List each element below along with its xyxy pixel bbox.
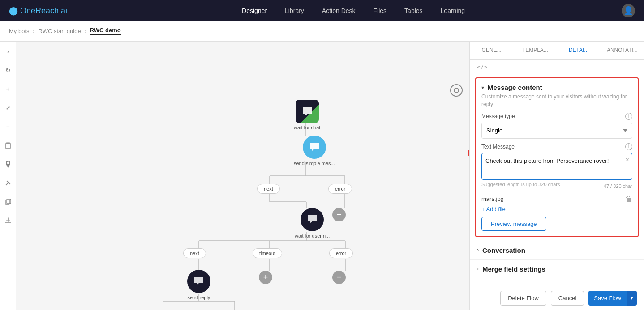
text-message-clear[interactable]: × [626,156,629,163]
nav-library[interactable]: Library [285,5,304,16]
node-plus2[interactable]: + [259,271,272,284]
node-timeout[interactable]: timeout [253,248,282,258]
top-nav: ⬤ OneReach.ai Designer Library Action De… [0,0,644,21]
logo: ⬤ OneReach.ai [9,6,67,16]
logo-circle: ⬤ [9,6,20,15]
node-send-reply[interactable]: send reply [187,270,210,300]
delete-flow-btn[interactable]: Delete Flow [500,291,546,306]
message-type-select[interactable]: Single [481,123,632,139]
save-flow-dropdown[interactable]: ▾ [627,291,637,306]
panel-footer: Delete Flow Cancel Save Flow ▾ [470,286,644,310]
node-pill-next2[interactable]: next [183,248,206,258]
message-type-info[interactable]: i [625,113,632,120]
conversation-section: › Conversation [470,241,644,259]
nav-tables[interactable]: Tables [404,5,422,16]
copy-icon[interactable] [3,196,13,207]
location-icon[interactable] [3,159,13,170]
merge-field-chevron[interactable]: › [477,266,479,272]
svg-rect-0 [6,143,10,149]
breadcrumb-rwc-demo[interactable]: RWC demo [90,27,121,35]
expand-arrows-icon[interactable]: ⤢ [3,102,13,113]
suggested-length: Suggested length is up to 320 chars [481,182,560,187]
node-label-send-simple: send simple mes... [294,161,335,166]
node-next2[interactable]: next [183,248,206,258]
tab-general[interactable]: GENE... [470,42,513,59]
nav-action-desk[interactable]: Action Desk [322,5,356,16]
tab-details[interactable]: DETAI... [557,42,601,59]
file-delete-icon[interactable]: 🗑 [625,195,632,203]
node-plus-btn3[interactable]: + [332,271,346,284]
canvas-svg [16,42,469,310]
save-flow-btn[interactable]: Save Flow [588,291,627,306]
merge-field-title: Merge field settings [482,265,545,273]
node-pill-error1[interactable]: error [328,184,352,194]
breadcrumb-rwc-start[interactable]: RWC start guide [39,28,81,34]
node-send-simple[interactable]: send simple mes... [294,136,335,166]
red-arrow [321,153,469,153]
node-circle-send-simple[interactable] [303,136,326,159]
breadcrumb-my-bots[interactable]: My bots [9,28,30,34]
node-label-send-reply: send reply [188,295,210,300]
tab-template[interactable]: TEMPLA... [513,42,557,59]
nav-files[interactable]: Files [374,5,387,16]
node-pill-error2[interactable]: error [329,248,353,258]
node-wait-user[interactable]: wait for user n... [295,208,330,238]
node-label-wait-chat: wait for chat [294,125,320,130]
cancel-btn[interactable]: Cancel [551,291,584,306]
node-pill-next1[interactable]: next [257,184,280,194]
conversation-title: Conversation [482,246,525,254]
target-icon[interactable] [450,84,463,97]
conversation-chevron[interactable]: › [477,247,479,253]
file-name: mars.jpg [481,195,504,202]
text-message-row: Text Message i [481,143,632,150]
node-next1[interactable]: next [257,184,280,194]
node-square-chat[interactable] [296,100,319,123]
canvas: wait for chat send simple mes... next er… [16,42,469,310]
left-sidebar: › ↻ + ⤢ − [0,42,16,310]
node-label-wait-user: wait for user n... [295,233,330,238]
preview-message-btn[interactable]: Preview message [481,217,546,231]
nav-items: Designer Library Action Desk Files Table… [85,5,622,16]
node-plus-btn1[interactable]: + [332,208,346,221]
expand-icon[interactable]: › [3,46,13,57]
refresh-icon[interactable]: ↻ [3,65,13,76]
message-content-section: ▾ Message content Customize a message se… [475,77,639,237]
text-message-content[interactable]: Check out this picture from Perseverance… [485,157,628,165]
text-message-wrap: Check out this picture from Perseverance… [481,153,632,180]
conversation-header[interactable]: › Conversation [477,246,637,254]
message-type-label: Message type [481,113,515,119]
node-plus1[interactable]: + [332,208,346,221]
tab-annotation[interactable]: ANNOTATI... [601,42,644,59]
message-content-title: Message content [488,84,542,91]
node-error2[interactable]: error [329,248,353,258]
node-wait-chat[interactable]: wait for chat [294,100,320,130]
clipboard-icon[interactable] [3,140,13,151]
nav-learning[interactable]: Learning [441,5,465,16]
panel-tabs: GENE... TEMPLA... DETAI... ANNOTATI... [470,42,644,60]
message-content-header: ▾ Message content [481,84,632,91]
node-plus-btn2[interactable]: + [259,271,272,284]
tools-icon[interactable] [3,178,13,188]
node-pill-timeout[interactable]: timeout [253,248,282,258]
node-circle-send-reply[interactable] [187,270,210,293]
node-plus3[interactable]: + [332,271,346,284]
message-content-desc: Customize a message sent to your visitor… [481,93,632,108]
main-layout: › ↻ + ⤢ − [0,42,644,310]
add-file-btn[interactable]: + Add file [481,206,632,212]
node-error1[interactable]: error [328,184,352,194]
merge-field-header[interactable]: › Merge field settings [477,265,637,273]
download-icon[interactable] [3,215,13,226]
save-flow-btn-group: Save Flow ▾ [588,291,637,306]
text-message-info[interactable]: i [625,143,632,150]
user-avatar[interactable]: 👤 [622,4,635,17]
message-type-row: Message type i [481,113,632,120]
right-panel: GENE... TEMPLA... DETAI... ANNOTATI... <… [469,42,644,310]
minus-icon[interactable]: − [3,121,13,132]
text-message-label: Text Message [481,144,515,150]
message-content-chevron[interactable]: ▾ [481,85,484,91]
node-circle-wait-user[interactable] [301,208,324,231]
breadcrumb-sep-2: › [85,28,86,34]
nav-designer[interactable]: Designer [242,5,267,16]
breadcrumb-sep-1: › [33,28,35,34]
plus-icon[interactable]: + [3,84,13,94]
